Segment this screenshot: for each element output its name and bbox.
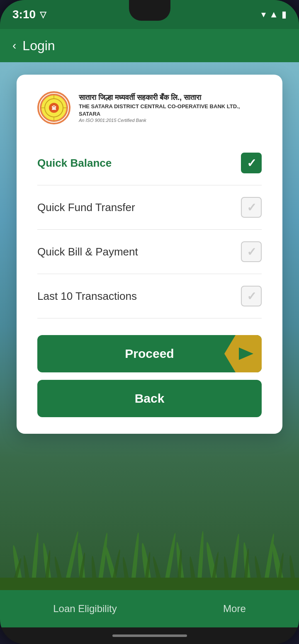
bottom-nav: Loan Eligibility More	[0, 590, 299, 627]
status-icons: ▾ ▲ ▮	[261, 9, 287, 20]
checkbox-last-10-transactions[interactable]: ✓	[241, 286, 262, 306]
svg-text:🏛: 🏛	[51, 105, 56, 111]
back-button-main[interactable]: Back	[37, 380, 262, 417]
bank-logo-area: 🏛 सातारा जिल्हा मध्यवर्ती सहकारी बँक लि	[37, 91, 262, 124]
battery-icon: ▮	[282, 9, 287, 20]
check-icon-quick-fund-transfer: ✓	[247, 201, 256, 214]
back-button[interactable]: ‹	[12, 39, 16, 52]
checkbox-quick-fund-transfer[interactable]: ✓	[241, 197, 262, 218]
page-title: Login	[22, 38, 55, 53]
option-label-quick-balance: Quick Balance	[37, 157, 112, 170]
option-label-quick-fund-transfer: Quick Fund Transfer	[37, 201, 135, 214]
nav-more[interactable]: More	[223, 603, 246, 615]
phone-frame: 3:10 ▽ ▾ ▲ ▮ ‹ Login	[0, 0, 299, 644]
bank-name-hindi: सातारा जिल्हा मध्यवर्ती सहकारी बँक लि., …	[79, 93, 262, 102]
grass-decoration	[0, 445, 299, 590]
bank-text-area: सातारा जिल्हा मध्यवर्ती सहकारी बँक लि., …	[79, 93, 262, 123]
more-label: More	[223, 603, 246, 614]
bank-logo-circle: 🏛	[37, 91, 70, 124]
buttons-area: Proceed Back	[37, 335, 262, 417]
svg-marker-44	[239, 348, 253, 360]
check-icon-last-10-transactions: ✓	[247, 289, 256, 303]
wifi-icon: ▾	[261, 9, 266, 20]
option-last-10-transactions[interactable]: Last 10 Transactions ✓	[37, 274, 262, 318]
home-bar	[112, 634, 187, 637]
bank-iso-text: An ISO 9001:2015 Certified Bank	[79, 118, 262, 123]
proceed-button-label: Proceed	[125, 347, 174, 361]
nav-loan-eligibility[interactable]: Loan Eligibility	[53, 603, 117, 615]
main-content: 🏛 सातारा जिल्हा मध्यवर्ती सहकारी बँक लि	[0, 62, 299, 590]
phone-screen: 3:10 ▽ ▾ ▲ ▮ ‹ Login	[0, 0, 299, 644]
top-bar: ‹ Login	[0, 29, 299, 62]
check-icon-quick-bill-payment: ✓	[247, 245, 256, 259]
proceed-button[interactable]: Proceed	[37, 335, 262, 372]
svg-rect-35	[0, 578, 299, 590]
back-button-label: Back	[135, 391, 165, 405]
option-label-last-10-transactions: Last 10 Transactions	[37, 290, 137, 303]
checkbox-quick-balance[interactable]: ✓	[241, 153, 262, 173]
check-icon-quick-balance: ✓	[247, 156, 256, 170]
home-indicator	[0, 627, 299, 644]
time-display: 3:10	[12, 8, 36, 21]
main-card: 🏛 सातारा जिल्हा मध्यवर्ती सहकारी बँक लि	[17, 75, 282, 434]
signal-icon: ▲	[269, 9, 278, 20]
notch	[129, 0, 170, 21]
options-list: Quick Balance ✓ Quick Fund Transfer ✓ Qu…	[37, 141, 262, 318]
option-quick-bill-payment[interactable]: Quick Bill & Payment ✓	[37, 230, 262, 274]
checkbox-quick-bill-payment[interactable]: ✓	[241, 241, 262, 262]
loan-eligibility-label: Loan Eligibility	[53, 603, 117, 614]
proceed-arrow-decoration	[224, 335, 262, 372]
status-time: 3:10 ▽	[12, 8, 46, 21]
option-label-quick-bill-payment: Quick Bill & Payment	[37, 245, 138, 258]
vpn-icon: ▽	[40, 10, 46, 19]
option-quick-balance[interactable]: Quick Balance ✓	[37, 141, 262, 185]
option-quick-fund-transfer[interactable]: Quick Fund Transfer ✓	[37, 185, 262, 230]
bank-name-english: THE SATARA DISTRICT CENTRAL CO-OPERATIVE…	[79, 103, 262, 118]
